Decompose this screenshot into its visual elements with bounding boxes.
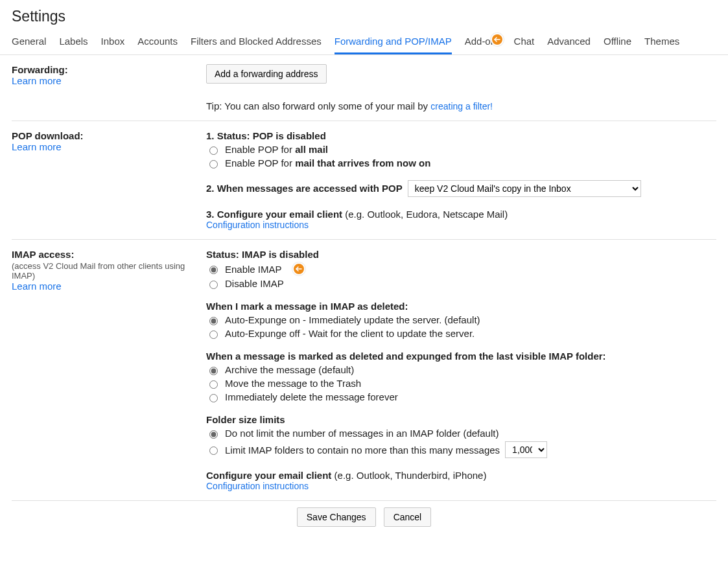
arrow-left-annotation-icon xyxy=(292,262,305,275)
imap-expunge-off-label: Auto-Expunge off - Wait for the client t… xyxy=(225,328,475,339)
pop-enable-now-bold: mail that arrives from now on xyxy=(295,157,430,168)
page-title: Settings xyxy=(0,0,728,29)
tab-labels[interactable]: Labels xyxy=(59,29,88,54)
imap-configure-examples: (e.g. Outlook, Thunderbird, iPhone) xyxy=(331,470,486,481)
imap-trash-radio[interactable] xyxy=(209,380,218,389)
imap-section: IMAP access: (access V2 Cloud Mail from … xyxy=(12,240,716,501)
forwarding-learn-more-link[interactable]: Learn more xyxy=(12,75,200,86)
imap-status-prefix: Status: xyxy=(206,249,239,260)
imap-lastfolder-title: When a message is marked as deleted and … xyxy=(206,351,716,362)
pop-enable-all-radio[interactable] xyxy=(209,146,218,155)
imap-limit-radio[interactable] xyxy=(209,446,218,455)
imap-configure-line: Configure your email client (e.g. Outloo… xyxy=(206,470,716,481)
imap-enable-radio[interactable] xyxy=(209,266,218,274)
forwarding-tip-text: Tip: You can also forward only some of y… xyxy=(206,100,430,111)
imap-status-line: Status: IMAP is disabled xyxy=(206,249,716,260)
pop-learn-more-link[interactable]: Learn more xyxy=(12,141,200,152)
arrow-left-annotation-icon xyxy=(491,33,504,46)
imap-archive-radio[interactable] xyxy=(209,367,218,375)
imap-delete-radio[interactable] xyxy=(209,394,218,402)
pop-status-value: POP is disabled xyxy=(253,130,326,141)
imap-expunge-on-label: Auto-Expunge on - Immediately update the… xyxy=(225,314,480,325)
pop-configure-examples: (e.g. Outlook, Eudora, Netscape Mail) xyxy=(342,209,508,220)
imap-expunge-title: When I mark a message in IMAP as deleted… xyxy=(206,301,716,312)
imap-nolimit-radio[interactable] xyxy=(209,430,218,439)
imap-title: IMAP access: xyxy=(12,249,200,260)
imap-configure-prefix: Configure your email client xyxy=(206,470,331,481)
imap-delete-label: Immediately delete the message forever xyxy=(225,391,398,402)
pop-title: POP download: xyxy=(12,130,200,141)
pop-configure-line: 3. Configure your email client (e.g. Out… xyxy=(206,209,716,220)
pop-enable-now-radio[interactable] xyxy=(209,160,218,168)
pop-config-instructions-link[interactable]: Configuration instructions xyxy=(206,220,716,230)
imap-limit-select[interactable]: 1,000 xyxy=(505,441,547,458)
tab-forwarding-pop-imap[interactable]: Forwarding and POP/IMAP xyxy=(335,29,452,54)
imap-expunge-off-radio[interactable] xyxy=(209,330,218,339)
pop-access-label: 2. When messages are accessed with POP xyxy=(206,183,403,194)
imap-subtitle: (access V2 Cloud Mail from other clients… xyxy=(12,261,200,281)
pop-enable-now-label: Enable POP for mail that arrives from no… xyxy=(225,157,430,168)
pop-enable-all-label: Enable POP for all mail xyxy=(225,144,328,155)
footer-actions: Save Changes Cancel xyxy=(12,501,716,540)
add-forwarding-address-button[interactable]: Add a forwarding address xyxy=(206,64,327,84)
tab-inbox[interactable]: Inbox xyxy=(101,29,125,54)
imap-archive-label: Archive the message (default) xyxy=(225,364,354,375)
tab-chat[interactable]: Chat xyxy=(514,29,535,54)
imap-expunge-on-radio[interactable] xyxy=(209,317,218,325)
pop-status-prefix: 1. Status: xyxy=(206,130,250,141)
imap-folderlimits-title: Folder size limits xyxy=(206,414,716,425)
pop-enable-all-prefix: Enable POP for xyxy=(225,144,295,155)
pop-access-select[interactable]: keep V2 Cloud Mail's copy in the Inbox xyxy=(408,180,641,197)
tab-themes[interactable]: Themes xyxy=(644,29,679,54)
imap-config-instructions-link[interactable]: Configuration instructions xyxy=(206,481,716,491)
forwarding-section: Forwarding: Learn more Add a forwarding … xyxy=(12,55,716,121)
pop-section: POP download: Learn more 1. Status: POP … xyxy=(12,121,716,240)
imap-disable-radio[interactable] xyxy=(209,281,218,289)
imap-trash-label: Move the message to the Trash xyxy=(225,378,361,389)
creating-filter-link[interactable]: creating a filter! xyxy=(430,101,493,111)
imap-enable-label: Enable IMAP xyxy=(225,264,282,275)
tab-general[interactable]: General xyxy=(12,29,46,54)
imap-nolimit-label: Do not limit the number of messages in a… xyxy=(225,428,499,439)
cancel-button[interactable]: Cancel xyxy=(384,507,432,527)
save-button[interactable]: Save Changes xyxy=(297,507,376,527)
tab-filters[interactable]: Filters and Blocked Addresses xyxy=(191,29,322,54)
imap-status-value: IMAP is disabled xyxy=(242,249,319,260)
tab-offline[interactable]: Offline xyxy=(604,29,631,54)
imap-limit-label: Limit IMAP folders to contain no more th… xyxy=(225,445,500,456)
tab-accounts[interactable]: Accounts xyxy=(137,29,178,54)
forwarding-title: Forwarding: xyxy=(12,64,200,75)
pop-configure-prefix: 3. Configure your email client xyxy=(206,209,342,220)
pop-enable-now-prefix: Enable POP for xyxy=(225,157,295,168)
tab-advanced[interactable]: Advanced xyxy=(547,29,591,54)
forwarding-tip: Tip: You can also forward only some of y… xyxy=(206,100,716,111)
pop-enable-all-bold: all mail xyxy=(295,144,328,155)
imap-learn-more-link[interactable]: Learn more xyxy=(12,281,200,292)
pop-status-line: 1. Status: POP is disabled xyxy=(206,130,716,141)
tabs-bar: General Labels Inbox Accounts Filters an… xyxy=(0,29,728,55)
imap-disable-label: Disable IMAP xyxy=(225,278,284,289)
